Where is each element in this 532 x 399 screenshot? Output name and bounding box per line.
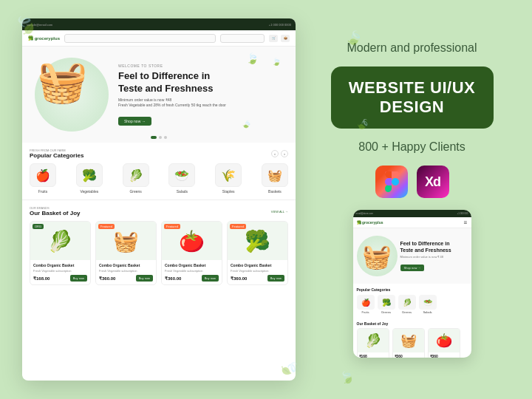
categories-nav: ‹ › xyxy=(271,150,288,157)
clients-text: 800 + Happy Clients xyxy=(358,140,466,154)
product-img-3: 🍅 Featured xyxy=(162,222,222,260)
hero-cta-button[interactable]: Shop now → xyxy=(118,117,151,126)
page-container: 🍃 🍃 🍃 🍃 🍃 sample@email.com +1 000 000 00… xyxy=(0,0,532,399)
product-card-3: 🍅 Featured Combo Organic Basket Fresh Ve… xyxy=(161,221,222,285)
dot-1[interactable] xyxy=(151,136,157,139)
mobile-mockup: email@store.com +1 000 000 🥦 groceryplus… xyxy=(353,210,471,358)
product-price-3: ₹360.00 xyxy=(165,276,181,281)
baskets-icon-box: 🧺 xyxy=(262,163,288,187)
mobile-product-1: 🥬 ₹168 xyxy=(357,328,389,358)
bg-leaf-4: 🍃 xyxy=(338,368,356,386)
product-desc-3: Fresh Vegetable subscription xyxy=(165,269,219,273)
view-all-link[interactable]: View All → xyxy=(271,210,288,214)
mobile-top-left: email@store.com xyxy=(356,212,373,215)
dot-3[interactable] xyxy=(164,136,167,139)
mobile-hero-sub: Minimum order value is now ₹48 xyxy=(400,255,468,259)
fruits-label: Fruits xyxy=(38,189,48,194)
mobile-fruits-icon: 🍎 xyxy=(357,295,375,310)
categories-header: FRESH FROM OUR FARM Popular Categories ‹… xyxy=(30,149,288,159)
product-icon-3: 🍅 xyxy=(179,229,205,253)
category-item-staples[interactable]: 🌾 Staples xyxy=(215,163,242,194)
product-info-1: Combo Organic Basket Fresh Vegetable sub… xyxy=(30,260,90,284)
products-header-left: OUR BRANDS Our Basket of Joy xyxy=(30,206,80,216)
product-name-1: Combo Organic Basket xyxy=(33,263,87,268)
product-img-4: 🥦 Featured xyxy=(228,222,287,260)
dot-2[interactable] xyxy=(159,136,162,139)
nav-order-icon[interactable]: 📦 xyxy=(281,35,290,42)
categories-next-btn[interactable]: › xyxy=(281,150,288,157)
salads-icon-box: 🥗 xyxy=(168,163,195,187)
mobile-hero-cta[interactable]: Shop now → xyxy=(400,265,425,271)
product-name-2: Combo Organic Basket xyxy=(99,263,153,268)
mobile-product-price-1: ₹168 xyxy=(358,352,389,358)
mobile-cats-row: 🍎 Fruits 🥦 Greens 🥬 Greens 🥗 Salads xyxy=(357,295,468,314)
product-footer-4: ₹360.00 Buy now xyxy=(231,275,284,282)
product-card-2: 🧺 Featured Combo Organic Basket Fresh Ve… xyxy=(95,221,157,285)
top-bar: sample@email.com +1 000 000 0000 xyxy=(22,18,296,30)
hero-subtitle: Minimum order value is now ₹48 Fresh Veg… xyxy=(118,98,287,108)
product-info-3: Combo Organic Basket Fresh Vegetable sub… xyxy=(162,260,222,284)
categories-grid: 🍎 Fruits 🥦 Vegetables 🥬 Greens 🥗 Salads … xyxy=(30,163,288,194)
category-item-fruits[interactable]: 🍎 Fruits xyxy=(30,163,56,194)
mobile-product-price-3: ₹360 xyxy=(429,352,460,358)
main-badge: WEBSITE UI/UX DESIGN xyxy=(331,66,494,129)
product-footer-3: ₹360.00 Buy now xyxy=(165,275,219,282)
mobile-cat-salads[interactable]: 🥗 Salads xyxy=(419,295,437,314)
product-badge-4: Featured xyxy=(230,224,246,229)
hero-basket-icon: 🧺 xyxy=(37,61,88,102)
add-to-cart-btn-1[interactable]: Buy now xyxy=(70,275,87,282)
mobile-product-img-1: 🥬 xyxy=(358,329,389,352)
add-to-cart-btn-2[interactable]: Buy now xyxy=(136,275,153,282)
products-section: OUR BRANDS Our Basket of Joy View All → … xyxy=(22,200,296,291)
product-footer-2: ₹360.00 Buy now xyxy=(99,275,153,282)
product-price-2: ₹360.00 xyxy=(99,276,115,281)
hero-welcome-text: WELCOME TO STORE xyxy=(118,64,287,68)
product-badge-3: Featured xyxy=(164,224,180,229)
product-info-4: Combo Organic Basket Fresh Vegetable sub… xyxy=(228,260,287,284)
info-subtitle: Modern and professional xyxy=(347,41,477,55)
category-item-vegetables[interactable]: 🥦 Vegetables xyxy=(76,163,103,194)
mobile-product-img-2: 🧺 xyxy=(393,329,424,352)
categories-prev-btn[interactable]: ‹ xyxy=(271,150,279,157)
category-item-salads[interactable]: 🥗 Salads xyxy=(168,163,195,194)
product-img-2: 🧺 Featured xyxy=(96,222,156,260)
add-to-cart-btn-4[interactable]: Buy now xyxy=(267,275,284,282)
badge-title-line1: WEBSITE UI/UX xyxy=(349,78,476,98)
mobile-basket-icon: 🧺 xyxy=(357,236,398,276)
mobile-salads-icon: 🥗 xyxy=(419,295,437,310)
mobile-greens-label: Greens xyxy=(402,310,412,314)
nav-category[interactable] xyxy=(220,34,265,43)
product-badge-1: ORG xyxy=(33,224,44,229)
hero-title-line2: Teste and Freshness xyxy=(118,83,213,94)
add-to-cart-btn-3[interactable]: Buy now xyxy=(202,275,219,282)
nav-search[interactable] xyxy=(64,34,216,43)
category-item-greens[interactable]: 🥬 Greens xyxy=(123,163,149,194)
mobile-menu-icon[interactable]: ≡ xyxy=(464,219,468,226)
fruits-icon-box: 🍎 xyxy=(30,163,56,187)
product-desc-4: Fresh Vegetable subscription xyxy=(231,269,284,273)
product-img-1: 🥬 ORG xyxy=(30,222,90,260)
nav-bar: 🥦 groceryplus 🛒 📦 xyxy=(22,30,296,47)
mobile-products: Our Basket of Joy 🥬 ₹168 🧺 ₹360 🍅 ₹360 xyxy=(353,318,471,358)
category-item-baskets[interactable]: 🧺 Baskets xyxy=(262,163,288,194)
nav-icons: 🛒 📦 xyxy=(269,35,290,42)
hero-text-block: WELCOME TO STORE Feel to Difference in T… xyxy=(118,64,287,126)
nav-cart-icon[interactable]: 🛒 xyxy=(269,35,278,42)
hero-dots xyxy=(151,136,167,139)
mobile-products-row: 🥬 ₹168 🧺 ₹360 🍅 ₹360 xyxy=(357,328,468,358)
mobile-cat-vegetables[interactable]: 🥦 Greens xyxy=(378,295,395,314)
salads-label: Salads xyxy=(177,189,188,194)
mobile-categories: Popular Categories 🍎 Fruits 🥦 Greens 🥬 G… xyxy=(353,284,471,318)
mobile-cat-fruits[interactable]: 🍎 Fruits xyxy=(357,295,375,314)
desktop-mockup: sample@email.com +1 000 000 0000 🥦 groce… xyxy=(22,18,296,381)
hero-leaf-2: 🍃 xyxy=(272,58,281,66)
mobile-cat-greens[interactable]: 🥬 Greens xyxy=(398,295,416,314)
mobile-vegetables-label: Greens xyxy=(381,310,391,314)
product-icon-2: 🧺 xyxy=(113,229,139,253)
hero-title: Feel to Difference in Teste and Freshnes… xyxy=(118,70,287,95)
mobile-vegetables-icon: 🥦 xyxy=(378,295,395,310)
mobile-products-title: Our Basket of Joy xyxy=(357,321,468,326)
info-panel: Modern and professional WEBSITE UI/UX DE… xyxy=(314,34,510,366)
products-header: OUR BRANDS Our Basket of Joy View All → xyxy=(30,206,288,216)
products-title: Our Basket of Joy xyxy=(30,210,80,216)
